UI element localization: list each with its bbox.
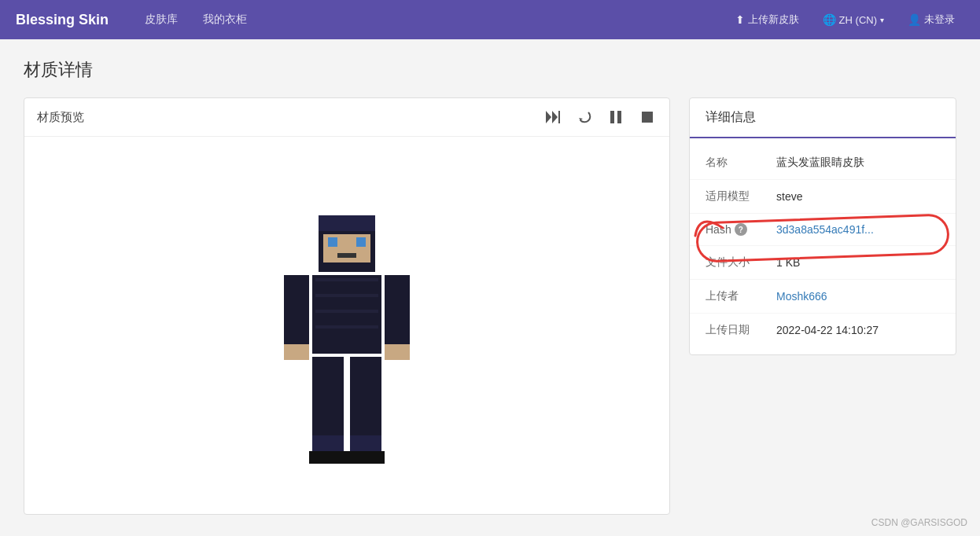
info-row-hash: Hash ? 3d3a8a554ac491f... bbox=[690, 214, 956, 246]
user-icon: 👤 bbox=[908, 13, 921, 26]
info-row-model: 适用模型 steve bbox=[690, 180, 956, 214]
info-row-name: 名称 蓝头发蓝眼睛皮肤 bbox=[690, 146, 956, 180]
value-upload-date: 2022-04-22 14:10:27 bbox=[776, 324, 940, 336]
value-filesize: 1 KB bbox=[776, 256, 940, 269]
refresh-button[interactable] bbox=[575, 108, 594, 127]
value-uploader[interactable]: Moshk666 bbox=[776, 290, 940, 303]
svg-rect-20 bbox=[284, 275, 309, 354]
upload-icon: ⬆ bbox=[735, 13, 745, 26]
svg-rect-18 bbox=[315, 310, 378, 313]
fast-forward-button[interactable] bbox=[543, 108, 562, 127]
svg-rect-5 bbox=[642, 112, 653, 123]
svg-rect-14 bbox=[337, 253, 356, 258]
label-filesize: 文件大小 bbox=[706, 255, 776, 270]
preview-controls bbox=[543, 108, 657, 127]
stop-button[interactable] bbox=[638, 108, 657, 127]
info-header: 详细信息 bbox=[690, 98, 956, 138]
upload-skin-button[interactable]: ⬆ 上传新皮肤 bbox=[726, 8, 809, 31]
svg-rect-21 bbox=[284, 344, 309, 360]
svg-marker-0 bbox=[546, 111, 551, 123]
login-button[interactable]: 👤 未登录 bbox=[898, 8, 964, 31]
svg-rect-15 bbox=[312, 275, 381, 354]
svg-rect-29 bbox=[347, 451, 385, 464]
svg-rect-23 bbox=[385, 344, 410, 360]
value-name: 蓝头发蓝眼睛皮肤 bbox=[776, 156, 940, 170]
label-upload-date: 上传日期 bbox=[706, 323, 776, 337]
page-content: 材质详情 材质预览 bbox=[0, 39, 980, 534]
svg-rect-22 bbox=[385, 275, 410, 354]
page-title: 材质详情 bbox=[24, 58, 956, 82]
svg-rect-12 bbox=[328, 237, 337, 247]
info-table: 名称 蓝头发蓝眼睛皮肤 适用模型 steve Hash ? bbox=[690, 138, 956, 354]
info-card: 详细信息 名称 蓝头发蓝眼睛皮肤 适用模型 steve bbox=[689, 97, 956, 355]
language-icon: 🌐 bbox=[823, 13, 836, 26]
svg-rect-13 bbox=[356, 237, 366, 247]
hash-help-icon[interactable]: ? bbox=[735, 223, 747, 236]
preview-card: 材质预览 bbox=[24, 97, 670, 515]
nav-right: ⬆ 上传新皮肤 🌐 ZH (CN) ▾ 👤 未登录 bbox=[726, 8, 964, 31]
preview-header: 材质预览 bbox=[24, 98, 669, 137]
svg-rect-7 bbox=[319, 215, 375, 231]
label-uploader: 上传者 bbox=[706, 289, 776, 303]
svg-rect-2 bbox=[558, 111, 560, 123]
preview-title: 材质预览 bbox=[37, 110, 84, 125]
nav-my-wardrobe[interactable]: 我的衣柜 bbox=[190, 0, 260, 39]
brand: Blessing Skin bbox=[16, 12, 109, 28]
label-hash: Hash ? bbox=[706, 223, 776, 236]
skin-character bbox=[268, 215, 426, 514]
watermark: CSDN @GARSISGOD bbox=[871, 517, 967, 528]
value-model: steve bbox=[776, 190, 940, 203]
svg-rect-4 bbox=[617, 111, 621, 123]
language-selector[interactable]: 🌐 ZH (CN) ▾ bbox=[813, 9, 893, 31]
navbar: Blessing Skin 皮肤库 我的衣柜 ⬆ 上传新皮肤 🌐 ZH (CN)… bbox=[0, 0, 980, 39]
pause-button[interactable] bbox=[606, 108, 625, 127]
svg-rect-3 bbox=[610, 111, 614, 123]
info-row-filesize: 文件大小 1 KB bbox=[690, 246, 956, 280]
preview-body bbox=[24, 137, 669, 514]
label-model: 适用模型 bbox=[706, 189, 776, 204]
svg-rect-19 bbox=[315, 325, 378, 329]
main-layout: 材质预览 bbox=[24, 97, 956, 515]
svg-rect-17 bbox=[315, 294, 378, 297]
value-hash[interactable]: 3d3a8a554ac491f... bbox=[776, 223, 940, 236]
svg-rect-28 bbox=[309, 451, 347, 464]
label-name: 名称 bbox=[706, 156, 776, 170]
svg-rect-16 bbox=[315, 278, 378, 281]
chevron-down-icon: ▾ bbox=[880, 16, 884, 24]
info-row-uploader: 上传者 Moshk666 bbox=[690, 280, 956, 314]
nav-skin-library[interactable]: 皮肤库 bbox=[132, 0, 190, 39]
svg-marker-1 bbox=[552, 111, 558, 123]
info-row-upload-date: 上传日期 2022-04-22 14:10:27 bbox=[690, 314, 956, 347]
